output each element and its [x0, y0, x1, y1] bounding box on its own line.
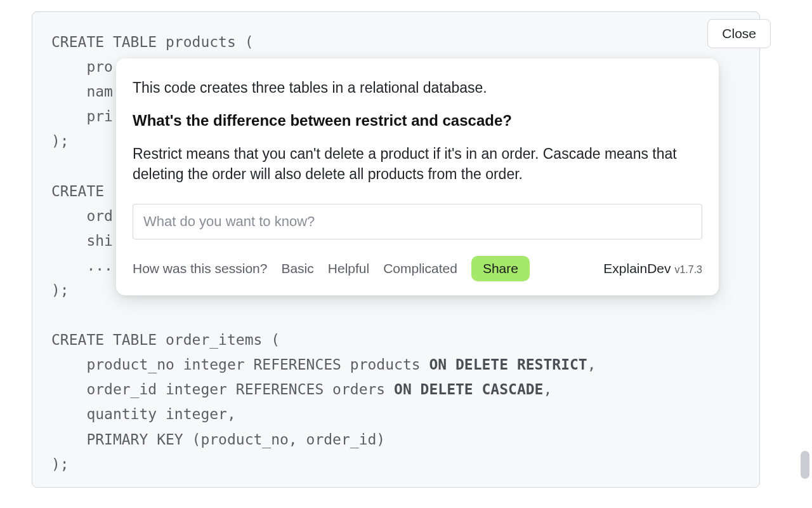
- rating-helpful[interactable]: Helpful: [328, 261, 369, 276]
- question-input[interactable]: [133, 204, 702, 239]
- popup-footer: How was this session? Basic Helpful Comp…: [133, 256, 702, 281]
- popup-question: What's the difference between restrict a…: [133, 112, 702, 130]
- feedback-label: How was this session?: [133, 261, 267, 276]
- rating-basic[interactable]: Basic: [281, 261, 313, 276]
- scrollbar-thumb[interactable]: [801, 451, 809, 479]
- share-button[interactable]: Share: [471, 256, 530, 281]
- brand-version: v1.7.3: [674, 264, 702, 275]
- brand-name: ExplainDev: [603, 261, 671, 276]
- close-button[interactable]: Close: [707, 19, 771, 48]
- popup-intro: This code creates three tables in a rela…: [133, 77, 702, 98]
- brand-label: ExplainDev v1.7.3: [603, 261, 702, 276]
- explain-popup: This code creates three tables in a rela…: [116, 58, 719, 295]
- rating-complicated[interactable]: Complicated: [383, 261, 457, 276]
- popup-answer: Restrict means that you can't delete a p…: [133, 144, 702, 184]
